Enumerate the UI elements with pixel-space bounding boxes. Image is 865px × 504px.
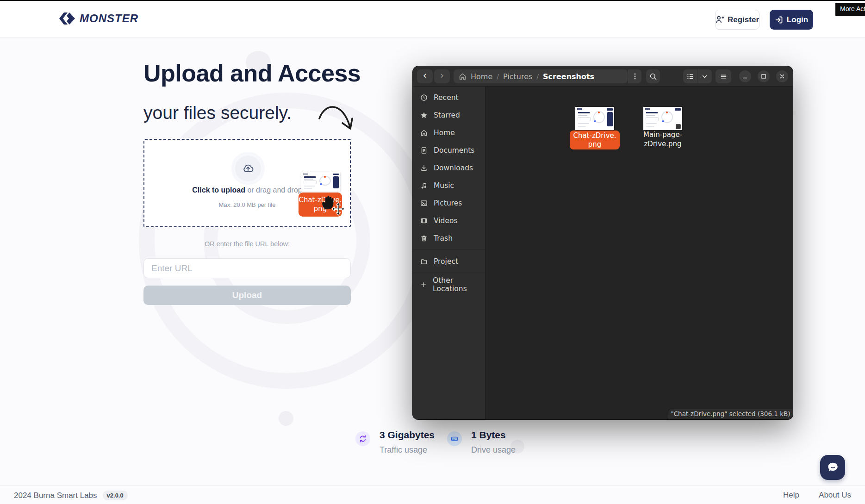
music-note-icon bbox=[420, 182, 428, 189]
star-icon bbox=[420, 112, 428, 119]
upload-button[interactable]: Upload bbox=[143, 286, 351, 305]
file-name-selected: Chat-zDrive. png bbox=[570, 131, 619, 149]
arrow-doodle-icon bbox=[317, 100, 359, 141]
trash-icon bbox=[420, 235, 428, 242]
main-menu-hamburger-icon[interactable] bbox=[716, 69, 731, 83]
maximize-button[interactable] bbox=[758, 70, 770, 82]
traffic-usage-stat: 3 Gigabytes Traffic usage bbox=[355, 429, 435, 455]
breadcrumb-separator: / bbox=[497, 73, 499, 80]
plus-icon bbox=[420, 281, 427, 288]
minimize-button[interactable] bbox=[739, 70, 751, 82]
file-thumbnail bbox=[643, 107, 682, 130]
sidebar-item-other-locations[interactable]: Other Locations bbox=[416, 277, 483, 292]
search-icon bbox=[649, 73, 657, 81]
file-manager-titlebar[interactable]: ‹ › Home / Pictures / Screenshots bbox=[413, 66, 793, 87]
version-badge: v2.0.0 bbox=[103, 491, 128, 500]
view-toggle-split-button[interactable] bbox=[683, 69, 712, 83]
sidebar-item-starred[interactable]: Starred bbox=[416, 108, 483, 123]
view-options-chevron-down-icon[interactable] bbox=[697, 69, 712, 83]
upload-icon-circle bbox=[235, 156, 261, 181]
drive-usage-value: 1 Bytes bbox=[471, 429, 516, 441]
traffic-usage-label: Traffic usage bbox=[380, 445, 435, 455]
drive-usage-label: Drive usage bbox=[471, 445, 516, 455]
site-header: MONSTER Register Login bbox=[0, 1, 865, 37]
film-icon bbox=[420, 217, 428, 224]
brand-logo-icon bbox=[59, 12, 75, 25]
brand-logo[interactable]: MONSTER bbox=[59, 12, 138, 25]
file-chat-zdrive[interactable]: Chat-zDrive. png bbox=[568, 107, 622, 149]
file-manager-content[interactable]: Chat-zDrive. png Main-page- zDrive.png bbox=[485, 87, 793, 419]
dropzone-instruction-bold: Click to upload bbox=[192, 186, 245, 194]
sidebar-separator bbox=[413, 273, 485, 273]
breadcrumb-separator: / bbox=[536, 73, 539, 80]
path-options-kebab-icon[interactable] bbox=[628, 69, 641, 83]
file-main-page-zdrive[interactable]: Main-page- zDrive.png bbox=[636, 107, 690, 148]
chat-bubble-icon bbox=[826, 460, 840, 474]
sync-icon bbox=[355, 431, 370, 446]
traffic-usage-value: 3 Gigabytes bbox=[380, 429, 435, 441]
file-manager-window: ‹ › Home / Pictures / Screenshots bbox=[413, 66, 793, 419]
sidebar-item-music[interactable]: Music bbox=[416, 178, 483, 193]
sidebar-item-trash[interactable]: Trash bbox=[416, 231, 483, 246]
help-link[interactable]: Help bbox=[783, 491, 799, 500]
move-crosshair-cursor-icon bbox=[330, 202, 346, 218]
sidebar-item-videos[interactable]: Videos bbox=[416, 213, 483, 228]
list-view-icon[interactable] bbox=[683, 69, 697, 83]
footer-left: 2024 Burna Smart Labs v2.0.0 bbox=[14, 491, 128, 500]
person-plus-icon bbox=[716, 15, 724, 24]
footer-divider bbox=[0, 485, 865, 486]
login-arrow-icon bbox=[775, 16, 783, 24]
file-name: Main-page- zDrive.png bbox=[643, 131, 682, 148]
breadcrumb: Home / Pictures / Screenshots bbox=[454, 69, 628, 83]
dragged-file-thumbnail[interactable] bbox=[301, 172, 340, 192]
file-manager-sidebar: Recent Starred Home Documents Downloads … bbox=[413, 87, 485, 419]
home-icon bbox=[459, 73, 467, 81]
search-button[interactable] bbox=[646, 69, 660, 83]
sidebar-item-pictures[interactable]: Pictures bbox=[416, 196, 483, 211]
register-label: Register bbox=[728, 15, 759, 25]
image-icon bbox=[420, 199, 428, 207]
sidebar-item-downloads[interactable]: Downloads bbox=[416, 161, 483, 175]
footer-links: Help About Us bbox=[783, 491, 851, 500]
chat-widget-button[interactable] bbox=[820, 455, 845, 480]
sidebar-item-home[interactable]: Home bbox=[416, 125, 483, 140]
home-icon bbox=[420, 129, 428, 137]
background-blob bbox=[279, 411, 293, 426]
copyright-text: 2024 Burna Smart Labs bbox=[14, 491, 97, 500]
dropzone-instruction-rest: or drag and drop bbox=[247, 186, 302, 194]
clock-icon bbox=[420, 94, 428, 101]
cloud-upload-icon bbox=[242, 162, 255, 175]
about-us-link[interactable]: About Us bbox=[819, 491, 851, 500]
page-subtitle: your files securely. bbox=[143, 103, 292, 123]
sidebar-item-recent[interactable]: Recent bbox=[416, 90, 483, 105]
page: { "colors": { "navy": "#232E5E", "orange… bbox=[0, 0, 865, 504]
or-enter-url-text: OR enter the file URL below: bbox=[143, 240, 351, 248]
login-label: Login bbox=[787, 15, 808, 25]
sidebar-separator bbox=[413, 249, 485, 250]
login-button[interactable]: Login bbox=[770, 10, 813, 30]
page-title: Upload and Access bbox=[143, 59, 361, 87]
close-button[interactable] bbox=[776, 70, 788, 82]
sidebar-item-documents[interactable]: Documents bbox=[416, 143, 483, 158]
breadcrumb-home[interactable]: Home bbox=[471, 72, 492, 81]
brand-name: MONSTER bbox=[80, 12, 138, 25]
status-bar: "Chat-zDrive.png" selected (306.1 kB) bbox=[668, 409, 793, 419]
url-input[interactable] bbox=[143, 258, 351, 278]
back-button[interactable]: ‹ bbox=[417, 69, 433, 83]
breadcrumb-pictures[interactable]: Pictures bbox=[503, 72, 532, 81]
drive-usage-stat: 1 Bytes Drive usage bbox=[447, 429, 516, 455]
drive-icon bbox=[447, 431, 462, 446]
folder-icon bbox=[420, 258, 428, 265]
forward-button[interactable]: › bbox=[434, 69, 450, 83]
breadcrumb-screenshots: Screenshots bbox=[543, 72, 594, 81]
sidebar-item-project[interactable]: Project bbox=[416, 254, 483, 269]
file-thumbnail bbox=[575, 107, 614, 130]
more-actions-tooltip: More Act bbox=[835, 3, 865, 16]
document-icon bbox=[420, 147, 428, 154]
register-button[interactable]: Register bbox=[715, 10, 759, 30]
download-icon bbox=[420, 164, 428, 172]
